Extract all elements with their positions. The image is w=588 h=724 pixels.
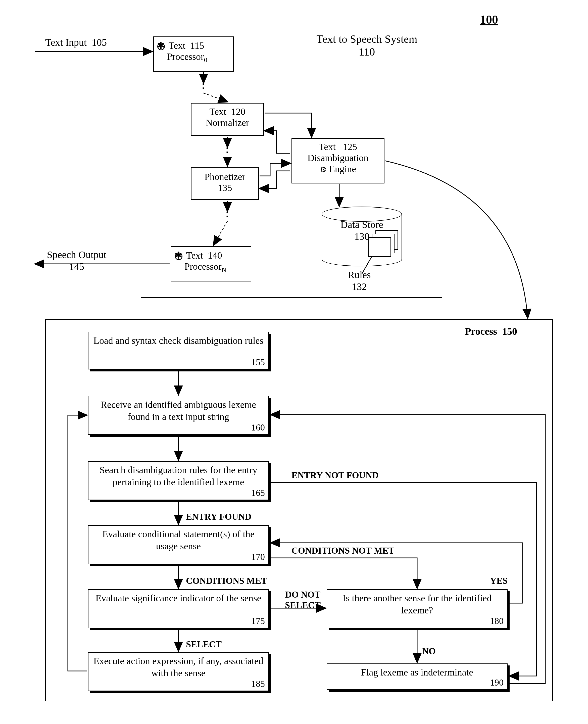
speech-output-label: Speech Output 145 bbox=[38, 249, 115, 272]
s190-text: Flag lexeme as indeterminate bbox=[327, 664, 507, 680]
dots-1: ⋮ bbox=[197, 77, 210, 91]
s185-text: Execute action expression, if any, assoc… bbox=[88, 653, 268, 681]
label-yes: YES bbox=[490, 576, 508, 586]
disambig-engine: Text 125 Disambiguation ⚙ Engine bbox=[292, 138, 384, 183]
diagram-canvas: 100 Text to Speech System 110 Text Input… bbox=[10, 10, 578, 714]
text-processor-0: Text 115 Processor0 bbox=[153, 37, 234, 71]
tpn-num: 140 bbox=[208, 250, 222, 261]
de-num: 125 bbox=[343, 142, 357, 152]
ds-l: Data Store bbox=[340, 219, 383, 230]
s155-num: 155 bbox=[251, 357, 265, 367]
rules-n: 132 bbox=[352, 281, 367, 292]
phonetizer: Phonetizer 135 bbox=[191, 167, 259, 200]
step-175: Evaluate significance indicator of the s… bbox=[88, 589, 269, 628]
s185-num: 185 bbox=[251, 679, 265, 689]
text-input-num: 105 bbox=[92, 37, 107, 48]
step-190: Flag lexeme as indeterminate 190 bbox=[327, 663, 508, 690]
step-155: Load and syntax check disambiguation rul… bbox=[88, 332, 269, 369]
tpn-l2: Processor bbox=[185, 261, 222, 272]
label-cond-met: CONDITIONS MET bbox=[186, 576, 267, 586]
ph-num: 135 bbox=[218, 183, 232, 193]
tn-l1: Text bbox=[210, 106, 226, 117]
step-180: Is there another sense for the identifie… bbox=[327, 589, 508, 628]
label-do-not-select: DO NOT SELECT bbox=[280, 589, 326, 611]
ph-l1: Phonetizer bbox=[205, 171, 246, 182]
s155-text: Load and syntax check disambiguation rul… bbox=[88, 332, 268, 348]
step-170: Evaluate conditional statement(s) of the… bbox=[88, 525, 269, 564]
tp0-l1: Text bbox=[169, 40, 186, 51]
rules-label: Rules 132 bbox=[327, 269, 392, 292]
tp0-sub: 0 bbox=[204, 56, 207, 64]
tn-l2: Normalizer bbox=[206, 117, 249, 128]
speech-output-text: Speech Output bbox=[47, 249, 107, 260]
s165-num: 165 bbox=[251, 488, 265, 498]
text-input-label: Text Input 105 bbox=[45, 37, 107, 48]
s170-num: 170 bbox=[251, 552, 265, 562]
ds-n: 130 bbox=[354, 231, 370, 242]
rules-l: Rules bbox=[348, 269, 371, 281]
s190-num: 190 bbox=[490, 677, 504, 688]
label-select: SELECT bbox=[186, 639, 222, 649]
s160-num: 160 bbox=[251, 422, 265, 433]
tpn-sub: N bbox=[222, 266, 226, 273]
tts-title: Text to Speech System 110 bbox=[304, 33, 430, 58]
de-l1: Text bbox=[319, 142, 336, 152]
tpn-l1: Text bbox=[186, 250, 203, 261]
label-no: NO bbox=[422, 646, 436, 656]
text-normalizer: Text 120 Normalizer bbox=[191, 103, 264, 136]
tp0-l2: Processor bbox=[167, 51, 204, 62]
dots-2: ⋮ bbox=[221, 141, 234, 155]
label-entry-found: ENTRY FOUND bbox=[186, 511, 251, 522]
label-cond-not-met: CONDITIONS NOT MET bbox=[292, 545, 394, 556]
s170-text: Evaluate conditional statement(s) of the… bbox=[88, 526, 268, 554]
tp0-num: 115 bbox=[190, 40, 204, 51]
s175-text: Evaluate significance indicator of the s… bbox=[88, 590, 268, 606]
text-input-text: Text Input bbox=[45, 37, 87, 48]
proc-t: Process bbox=[465, 326, 497, 337]
step-160: Receive an identified ambiguous lexeme f… bbox=[88, 396, 269, 435]
proc-n: 150 bbox=[502, 326, 517, 337]
tn-num: 120 bbox=[231, 106, 245, 117]
dots-3: ⋮ bbox=[221, 205, 234, 219]
tts-label: Text to Speech System bbox=[316, 33, 417, 45]
rules-card-1 bbox=[369, 237, 391, 257]
step-185: Execute action expression, if any, assoc… bbox=[88, 652, 269, 691]
label-entry-not-found: ENTRY NOT FOUND bbox=[292, 470, 379, 480]
s175-num: 175 bbox=[251, 616, 265, 626]
gear-icon bbox=[157, 43, 165, 50]
process-title: Process 150 bbox=[465, 326, 517, 337]
s180-num: 180 bbox=[490, 616, 504, 626]
s165-text: Search disambiguation rules for the entr… bbox=[88, 462, 268, 490]
gear-icon-2 bbox=[175, 252, 183, 260]
text-processor-n: Text 140 ProcessorN bbox=[171, 246, 251, 282]
tts-num: 110 bbox=[359, 46, 375, 58]
process-box bbox=[45, 319, 553, 701]
figure-ref: 100 bbox=[480, 13, 498, 26]
de-l2: Disambiguation bbox=[308, 152, 369, 163]
step-165: Search disambiguation rules for the entr… bbox=[88, 461, 269, 500]
s180-text: Is there another sense for the identifie… bbox=[327, 590, 507, 618]
speech-output-num: 145 bbox=[69, 261, 84, 272]
de-l3: Engine bbox=[329, 164, 356, 174]
s160-text: Receive an identified ambiguous lexeme f… bbox=[88, 396, 268, 424]
